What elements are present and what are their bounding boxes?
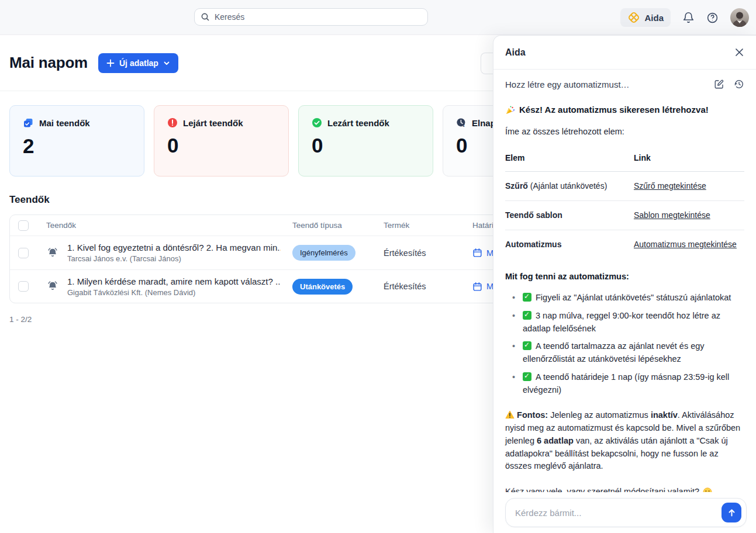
aida-button-label: Aida [644, 13, 664, 23]
history-icon [734, 79, 744, 89]
todos-section-title: Teendők [9, 194, 50, 206]
history-button[interactable] [734, 79, 744, 89]
bullet-text: A teendő tartalmazza az ajánlat nevét és… [523, 341, 705, 364]
task-type-badge: Utánkövetés [292, 279, 353, 295]
user-message: Hozz létre egy automatizmust… [505, 79, 630, 89]
chat-input[interactable] [515, 508, 722, 518]
chat-input-box[interactable] [505, 498, 747, 527]
check-emoji-icon [523, 293, 531, 302]
stat-label: Lejárt teendők [183, 118, 243, 128]
check-circle-icon [312, 117, 322, 128]
send-button[interactable] [722, 503, 741, 522]
calendar-icon [472, 248, 482, 258]
chevron-down-icon [163, 60, 170, 67]
close-panel-button[interactable] [734, 47, 744, 57]
task-type-badge: Igényfelmérés [292, 245, 355, 261]
item-name: Automatizmus [505, 240, 561, 249]
smiley-icon [703, 487, 712, 492]
help-button[interactable] [706, 12, 719, 24]
view-automation-link[interactable]: Automatizmus megtekintése [634, 238, 744, 251]
aida-conversation: Hozz létre egy automatizmust… Kész! Az a… [493, 70, 756, 492]
closing-line: Kész vagy vele, vagy szeretnél módosítan… [505, 486, 744, 492]
mini-column-link: Link [634, 152, 744, 164]
aida-logo-icon [627, 11, 640, 24]
stat-card-closed-tasks[interactable]: Lezárt teendők 0 [298, 105, 433, 176]
check-emoji-icon [523, 311, 531, 320]
help-icon [706, 12, 719, 24]
task-subtitle: Gigabit Távközlési Kft. (Nemes Dávid) [67, 288, 281, 297]
reminder-bell-icon [46, 247, 59, 259]
bullet-item: A teendő határideje 1 nap (így másnap 23… [505, 371, 744, 397]
tasks-icon [23, 117, 34, 129]
warning-bold: inaktív [651, 410, 678, 420]
success-text: Kész! Az automatizmus sikeresen létrehoz… [519, 103, 709, 117]
avatar-person-silhouette [730, 8, 749, 27]
edit-message-button[interactable] [714, 79, 724, 89]
edit-icon [714, 79, 724, 89]
close-icon [734, 47, 744, 57]
calendar-icon [472, 282, 482, 292]
search-icon [201, 12, 210, 22]
column-header-product: Termék [384, 221, 472, 230]
task-title: 1. Kivel fog egyeztetni a döntésről? 2. … [67, 243, 281, 252]
stat-card-overdue-tasks[interactable]: Lejárt teendők 0 [154, 105, 289, 176]
aida-panel-title: Aida [505, 47, 526, 58]
warning-bold: 6 adatlap [537, 436, 574, 445]
bullet-text: 3 nap múlva, reggel 9:00-kor teendőt hoz… [523, 311, 720, 333]
stat-label: Mai teendők [39, 118, 90, 128]
check-emoji-icon [523, 341, 531, 350]
view-filter-link[interactable]: Szűrő megtekintése [634, 180, 744, 192]
item-name: Teendő sablon [505, 210, 562, 220]
row-checkbox[interactable] [18, 248, 29, 258]
bell-icon [682, 12, 695, 24]
check-emoji-icon [523, 372, 531, 381]
bullet-text: A teendő határideje 1 nap (így másnap 23… [523, 372, 729, 394]
notifications-button[interactable] [682, 12, 695, 24]
aida-panel-header: Aida [493, 36, 756, 70]
created-item-row: Automatizmus Automatizmus megtekintése [505, 230, 744, 259]
task-product: Értékesítés [384, 282, 472, 291]
created-item-row: Szűrő (Ajánlat utánkövetés) Szűrő megtek… [505, 172, 744, 201]
chat-input-area [493, 492, 756, 533]
task-product: Értékesítés [384, 248, 472, 258]
automation-bullet-list: Figyeli az "Ajánlat utánkövetés" státusz… [505, 292, 744, 396]
stat-value: 2 [23, 134, 131, 158]
item-name: Szűrő [505, 181, 528, 191]
new-datasheet-button[interactable]: Új adatlap [98, 53, 178, 73]
topbar-right: Aida [620, 0, 749, 35]
search-box[interactable] [194, 8, 428, 26]
bullet-item: 3 nap múlva, reggel 9:00-kor teendőt hoz… [505, 310, 744, 335]
item-detail: (Ajánlat utánkövetés) [528, 181, 607, 191]
row-checkbox[interactable] [18, 281, 29, 292]
new-datasheet-label: Új adatlap [119, 58, 158, 68]
avatar[interactable] [730, 8, 749, 27]
stat-label: Lezárt teendők [327, 118, 389, 128]
bullet-item: A teendő tartalmazza az ajánlat nevét és… [505, 340, 744, 366]
task-title: 1. Milyen kérdése maradt, amire nem kapo… [67, 276, 281, 286]
warning-label: Fontos: [517, 410, 548, 420]
search-input[interactable] [215, 12, 422, 22]
party-popper-icon [505, 105, 515, 115]
aida-panel: Aida Hozz létre egy automatizmust… Kész!… [493, 35, 756, 533]
select-all-checkbox[interactable] [18, 220, 29, 231]
closing-text: Kész vagy vele, vagy szeretnél módosítan… [505, 486, 699, 492]
stat-card-today-tasks[interactable]: Mai teendők 2 [9, 105, 144, 176]
aida-button[interactable]: Aida [620, 8, 671, 27]
intro-text: Íme az összes létrehozott elem: [505, 126, 744, 139]
user-message-row: Hozz létre egy automatizmust… [505, 79, 744, 89]
arrow-up-icon [727, 508, 736, 517]
bullet-text: Figyeli az "Ajánlat utánkövetés" státusz… [536, 293, 731, 302]
created-item-row: Teendő sablon Sablon megtekintése [505, 201, 744, 230]
svg-text:z: z [463, 123, 465, 127]
stat-value: 0 [312, 134, 420, 157]
bullet-item: Figyeli az "Ajánlat utánkövetés" státusz… [505, 292, 744, 304]
warning-paragraph: Fontos: Jelenleg az automatizmus inaktív… [505, 409, 744, 473]
mini-column-elem: Elem [505, 152, 634, 164]
alert-circle-icon [167, 117, 178, 128]
reminder-bell-icon [46, 280, 59, 293]
warning-icon [505, 410, 515, 419]
assistant-message: Kész! Az automatizmus sikeresen létrehoz… [505, 103, 744, 492]
view-template-link[interactable]: Sablon megtekintése [634, 209, 744, 221]
plus-icon [106, 59, 115, 67]
snooze-clock-icon: z [456, 117, 467, 128]
